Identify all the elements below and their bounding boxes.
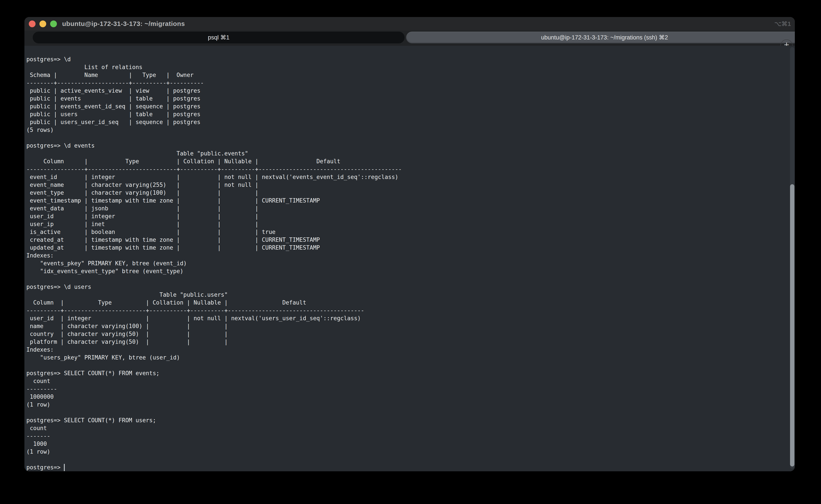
window-title: ubuntu@ip-172-31-3-173: ~/migrations [62, 20, 185, 27]
tab-ssh-migrations-label: ubuntu@ip-172-31-3-173: ~/migrations (ss… [541, 34, 668, 41]
titlebar[interactable]: ubuntu@ip-172-31-3-173: ~/migrations ⌥⌘1 [24, 17, 795, 31]
titlebar-shortcut-label: ⌥⌘1 [774, 20, 791, 27]
terminal-output: postgres=> \d List of relations Schema |… [26, 55, 402, 471]
tab-bar: psql ⌘1 ubuntu@ip-172-31-3-173: ~/migrat… [24, 31, 795, 46]
traffic-lights [29, 20, 57, 27]
close-button-icon[interactable] [29, 20, 36, 27]
terminal-screen[interactable]: postgres=> \d List of relations Schema |… [24, 46, 795, 471]
minimize-button-icon[interactable] [39, 20, 46, 27]
terminal-window: ubuntu@ip-172-31-3-173: ~/migrations ⌥⌘1… [24, 17, 795, 471]
tab-psql[interactable]: psql ⌘1 [33, 32, 405, 43]
terminal-cursor [64, 464, 65, 471]
tab-ssh-migrations[interactable]: ubuntu@ip-172-31-3-173: ~/migrations (ss… [406, 32, 795, 43]
scrollbar-thumb[interactable] [790, 184, 794, 467]
tab-psql-label: psql ⌘1 [208, 34, 229, 41]
zoom-button-icon[interactable] [50, 20, 57, 27]
